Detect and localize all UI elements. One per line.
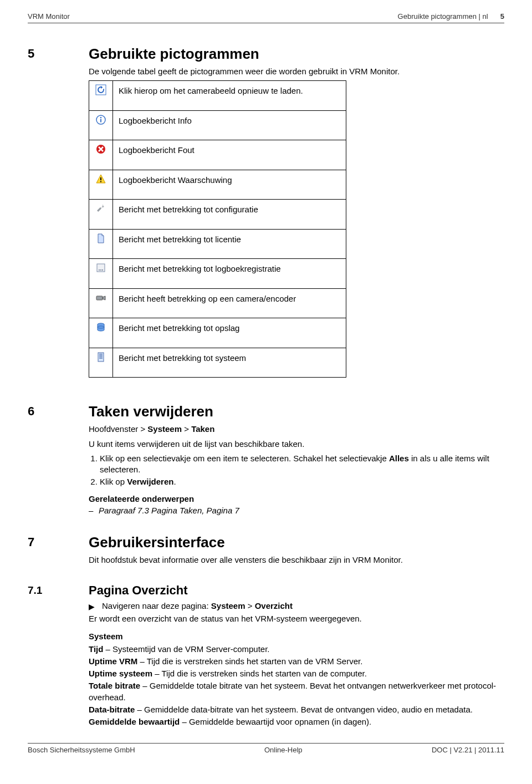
- icon-table: Klik hierop om het camerabeeld opnieuw t…: [89, 80, 346, 378]
- header-breadcrumb: Gebruikte pictogrammen | nl 5: [396, 12, 504, 21]
- document-icon: [95, 233, 106, 244]
- section-number: 6: [28, 403, 89, 532]
- svg-rect-3: [100, 119, 101, 122]
- list-item: Paragraaf 7.3 Pagina Taken, Pagina 7: [99, 506, 504, 515]
- svg-rect-16: [99, 355, 103, 355]
- table-row: Bericht met betrekking tot configuratie: [89, 200, 346, 230]
- page-header: VRM Monitor Gebruikte pictogrammen | nl …: [28, 12, 504, 23]
- footer-doc-type: Online-Help: [264, 746, 303, 754]
- svg-rect-17: [99, 357, 103, 357]
- list-item: Gemiddelde bewaartijd – Gemiddelde bewaa…: [89, 716, 504, 727]
- warning-icon: [95, 174, 106, 185]
- list-item: Uptime VRM – Tijd die is verstreken sind…: [89, 656, 504, 667]
- table-row: Bericht met betrekking tot systeem: [89, 348, 346, 378]
- header-product: VRM Monitor: [28, 12, 70, 21]
- icon-desc: Bericht met betrekking tot licentie: [113, 229, 346, 259]
- section-intro: De volgende tabel geeft de pictogrammen …: [89, 66, 504, 77]
- icon-desc: Logboekbericht Fout: [113, 140, 346, 170]
- list-item: Totale bitrate – Gemiddelde totale bitra…: [89, 680, 504, 703]
- icon-desc: Bericht met betrekking tot configuratie: [113, 200, 346, 230]
- section-number: 7: [28, 534, 89, 581]
- refresh-icon: [95, 84, 106, 95]
- error-icon: [95, 144, 106, 155]
- section-title: Pagina Overzicht: [89, 583, 504, 598]
- system-icon: [95, 352, 106, 363]
- camera-icon: [95, 292, 106, 303]
- icon-desc: Bericht met betrekking tot systeem: [113, 348, 346, 378]
- list-item: Klik op Verwijderen.: [100, 476, 504, 487]
- svg-rect-6: [100, 181, 101, 182]
- nav-path-row: ▶ Navigeren naar deze pagina: Systeem > …: [89, 601, 504, 611]
- svg-rect-15: [99, 354, 103, 354]
- table-row: Bericht met betrekking tot opslag: [89, 318, 346, 348]
- steps-list: Klik op een selectievakje om een item te…: [100, 453, 504, 488]
- list-item: Data-bitrate – Gemiddelde data-bitrate v…: [89, 704, 504, 715]
- section-number: 7.1: [28, 583, 89, 729]
- svg-rect-11: [96, 296, 103, 300]
- info-icon: [95, 114, 106, 125]
- list-item: Uptime systeem – Tijd die is verstreken …: [89, 668, 504, 679]
- list-item: Tijd – Systeemtijd van de VRM Server-com…: [89, 644, 504, 655]
- log-icon: [95, 262, 106, 273]
- wrench-icon: [95, 203, 106, 214]
- svg-point-2: [100, 116, 102, 118]
- related-heading: Gerelateerde onderwerpen: [89, 493, 504, 505]
- svg-rect-18: [99, 358, 103, 358]
- body-text: Dit hoofdstuk bevat informatie over alle…: [89, 554, 504, 566]
- storage-icon: [95, 322, 106, 333]
- section-title: Gebruikersinterface: [89, 534, 504, 551]
- list-item: Klik op een selectievakje om een item te…: [100, 453, 504, 476]
- breadcrumb: Hoofdvenster > Systeem > Taken: [89, 424, 504, 435]
- icon-desc: Logboekbericht Info: [113, 110, 346, 140]
- table-row: Bericht met betrekking tot logboekregist…: [89, 259, 346, 289]
- svg-rect-5: [100, 177, 101, 180]
- footer-company: Bosch Sicherheitssysteme GmbH: [28, 746, 135, 754]
- definition-list: Tijd – Systeemtijd van de VRM Server-com…: [89, 644, 504, 728]
- section-number: 5: [28, 45, 89, 401]
- icon-desc: Logboekbericht Waarschuwing: [113, 170, 346, 200]
- svg-point-9: [100, 269, 101, 271]
- svg-point-8: [99, 269, 100, 271]
- icon-desc: Bericht met betrekking tot logboekregist…: [113, 259, 346, 289]
- page-number: 5: [500, 12, 504, 21]
- table-row: Klik hierop om het camerabeeld opnieuw t…: [89, 81, 346, 111]
- page-footer: Bosch Sicherheitssysteme GmbH Online-Hel…: [28, 743, 504, 754]
- related-list: Paragraaf 7.3 Pagina Taken, Pagina 7: [89, 506, 504, 515]
- body-text: U kunt items verwijderen uit de lijst va…: [89, 439, 504, 450]
- sub-heading: Systeem: [89, 631, 504, 642]
- icon-desc: Bericht heeft betrekking op een camera/e…: [113, 288, 346, 318]
- footer-version: DOC | V2.21 | 2011.11: [432, 746, 504, 754]
- icon-desc: Klik hierop om het camerabeeld opnieuw t…: [113, 81, 346, 111]
- table-row: Logboekbericht Info: [89, 110, 346, 140]
- body-text: Er wordt een overzicht van de status van…: [89, 613, 504, 624]
- table-row: Bericht heeft betrekking op een camera/e…: [89, 288, 346, 318]
- table-row: Logboekbericht Waarschuwing: [89, 170, 346, 200]
- triangle-icon: ▶: [89, 602, 102, 611]
- table-row: Bericht met betrekking tot licentie: [89, 229, 346, 259]
- table-row: Logboekbericht Fout: [89, 140, 346, 170]
- icon-desc: Bericht met betrekking tot opslag: [113, 318, 346, 348]
- section-title: Gebruikte pictogrammen: [89, 45, 504, 63]
- section-title: Taken verwijderen: [89, 403, 504, 420]
- svg-point-10: [102, 269, 103, 271]
